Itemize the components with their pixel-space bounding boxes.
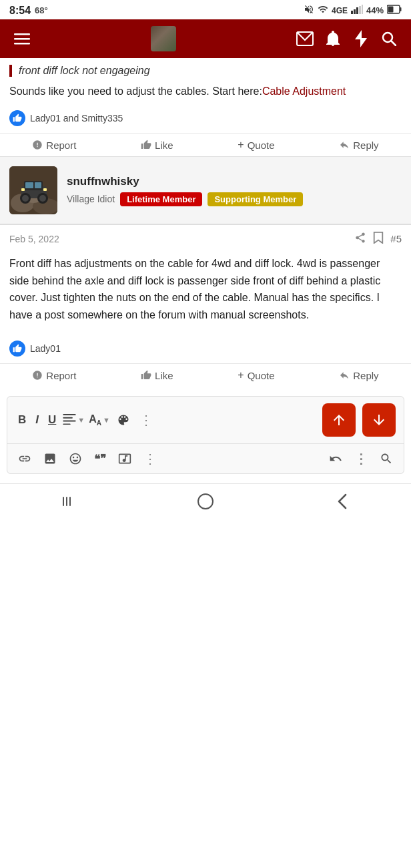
align-icon: [63, 414, 76, 427]
post-date: Feb 5, 2022: [9, 234, 59, 244]
mute-icon: [304, 4, 314, 17]
second-post-likes: Lady01: [9, 337, 402, 363]
more-button-1[interactable]: ⋮: [137, 411, 155, 429]
svg-rect-9: [14, 38, 30, 40]
status-right: 4GE 44%: [304, 4, 402, 17]
bookmark-icon[interactable]: [373, 232, 384, 246]
fontsize-chevron: ▼: [103, 416, 110, 424]
svg-rect-22: [35, 182, 41, 188]
first-post-likes: Lady01 and Smitty335: [9, 106, 402, 133]
svg-rect-31: [63, 420, 76, 421]
home-button[interactable]: [185, 492, 226, 511]
align-dropdown[interactable]: ▼: [63, 414, 85, 427]
svg-rect-8: [14, 33, 30, 35]
palette-button[interactable]: [114, 412, 133, 428]
first-post-likers: Lady01 and Smitty335: [30, 113, 123, 124]
report-label-1: Report: [46, 140, 76, 151]
svg-rect-3: [359, 6, 361, 14]
status-bar: 8:54 68° 4GE 44%: [0, 0, 411, 19]
image-button[interactable]: [41, 451, 59, 467]
cable-adjustment-link[interactable]: Cable Adjustment: [262, 85, 346, 97]
battery-icon: [387, 5, 402, 16]
like-button-2[interactable]: Like: [141, 370, 173, 381]
svg-rect-7: [400, 7, 402, 11]
wifi-icon: [318, 4, 328, 17]
quote-label-1: Quote: [248, 140, 275, 151]
svg-rect-4: [362, 5, 363, 14]
svg-marker-12: [355, 30, 367, 47]
first-post-actions: Report Like + Quote Reply: [0, 133, 411, 156]
svg-point-36: [198, 494, 213, 509]
post-title-text: front diff lock not engageing: [19, 65, 150, 76]
first-post-text: Sounds like you need to adjust the cable…: [9, 85, 262, 97]
search-in-editor-button[interactable]: [377, 451, 396, 467]
post-title-bar: front diff lock not engageing: [9, 65, 402, 77]
forward-button[interactable]: [322, 493, 362, 509]
share-icon[interactable]: [354, 232, 366, 246]
like-button-1[interactable]: Like: [141, 140, 173, 151]
emoji-button[interactable]: [66, 451, 85, 467]
upload-up-button[interactable]: [322, 403, 356, 437]
menu-icon[interactable]: [9, 26, 35, 51]
quote-button-1[interactable]: + Quote: [238, 139, 274, 151]
user-avatar-post2: [9, 166, 57, 214]
back-button[interactable]: [49, 493, 89, 509]
svg-rect-27: [21, 188, 25, 191]
more-button-2[interactable]: ⋮: [141, 449, 159, 468]
editor-toolbar-row1: B I U ▼ AA ▼ ⋮: [7, 397, 404, 444]
italic-button[interactable]: I: [33, 412, 41, 428]
username[interactable]: snuffnwhisky: [67, 175, 303, 188]
fontsize-label: AA: [89, 413, 101, 427]
quote-button-2[interactable]: + Quote: [238, 369, 274, 381]
reply-button-2[interactable]: Reply: [339, 370, 378, 381]
nav-icons-right: [292, 26, 402, 51]
like-label-2: Like: [155, 370, 173, 381]
svg-line-14: [392, 41, 396, 46]
svg-rect-28: [43, 188, 47, 191]
battery-percent: 44%: [366, 5, 384, 15]
bottom-nav: [0, 483, 411, 521]
blockquote-button[interactable]: ❝❞: [91, 451, 109, 467]
reply-button-1[interactable]: Reply: [339, 140, 378, 151]
nav-bar: [0, 19, 411, 58]
user-avatar-nav[interactable]: [151, 26, 176, 51]
bolt-icon[interactable]: [348, 26, 374, 51]
mail-icon[interactable]: [292, 26, 318, 51]
link-button[interactable]: [15, 451, 34, 467]
upload-down-button[interactable]: [362, 403, 396, 437]
report-button-2[interactable]: Report: [32, 370, 76, 381]
search-icon[interactable]: [376, 26, 402, 51]
editor-section: B I U ▼ AA ▼ ⋮: [7, 396, 404, 474]
svg-rect-2: [356, 7, 358, 14]
svg-rect-34: [66, 497, 67, 506]
report-button-1[interactable]: Report: [32, 140, 76, 151]
bell-icon[interactable]: [320, 26, 346, 51]
undo-button[interactable]: [326, 451, 345, 467]
second-post-body: Front diff has adjustments on the cable …: [0, 250, 411, 330]
status-time: 8:54: [9, 5, 31, 17]
underline-button[interactable]: U: [45, 412, 59, 428]
svg-rect-1: [354, 9, 356, 14]
more-dots-button[interactable]: ⋮: [352, 449, 370, 468]
svg-rect-35: [69, 497, 71, 506]
status-left: 8:54 68°: [9, 5, 48, 17]
second-post-likes-section: Lady01: [0, 330, 411, 363]
bold-button[interactable]: B: [15, 412, 29, 428]
first-post-partial: front diff lock not engageing Sounds lik…: [0, 58, 411, 133]
second-post-likers: Lady01: [30, 343, 61, 354]
align-chevron: ▼: [77, 416, 85, 424]
second-post-user-block: snuffnwhisky Village Idiot Lifetime Memb…: [0, 157, 411, 225]
post-number: #5: [390, 233, 402, 244]
status-temp: 68°: [35, 5, 48, 15]
fontsize-dropdown[interactable]: AA ▼: [89, 413, 110, 427]
svg-point-26: [39, 195, 46, 202]
signal-icon: [351, 5, 363, 16]
report-label-2: Report: [46, 370, 76, 381]
reply-label-2: Reply: [353, 370, 378, 381]
post-meta-right: #5: [354, 232, 402, 246]
user-badges: Village Idiot Lifetime Member Supporting…: [67, 192, 303, 206]
quote-label-2: Quote: [248, 370, 275, 381]
network-type: 4GE: [332, 6, 348, 15]
media-button[interactable]: [115, 451, 134, 467]
first-post-section: front diff lock not engageing Sounds lik…: [0, 58, 411, 157]
